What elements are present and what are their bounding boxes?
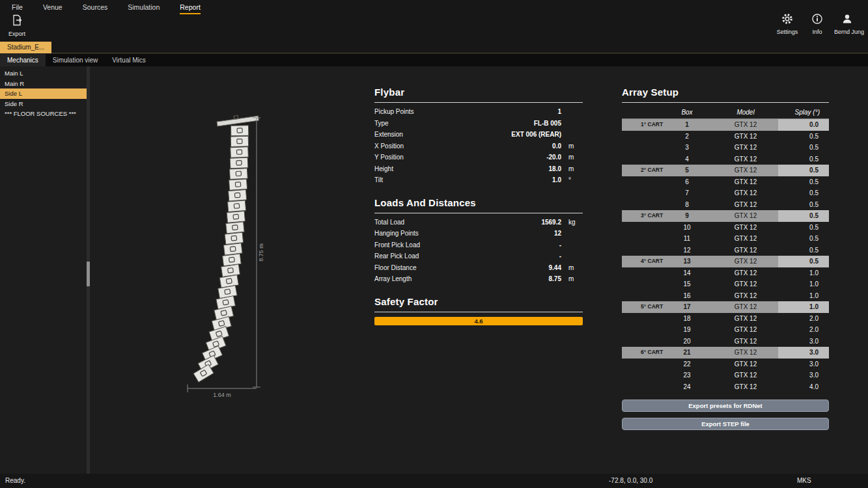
array-row[interactable]: 2° CART5GTX 120.5 bbox=[622, 165, 829, 176]
property-value: FL-B 005 bbox=[534, 120, 561, 127]
dimension-width-label: 1.64 m bbox=[213, 392, 231, 398]
user-icon bbox=[841, 13, 853, 25]
property-label: Pickup Points bbox=[374, 108, 557, 115]
array-row[interactable]: 15GTX 121.0 bbox=[622, 278, 829, 290]
array-row[interactable]: 18GTX 122.0 bbox=[622, 313, 829, 325]
property-label: Tilt bbox=[374, 176, 552, 183]
array-row[interactable]: 6° CART21GTX 123.0 bbox=[622, 347, 829, 359]
array-row[interactable]: 19GTX 122.0 bbox=[622, 324, 829, 336]
model-cell: GTX 12 bbox=[713, 199, 778, 211]
model-cell: GTX 12 bbox=[713, 233, 778, 245]
array-row[interactable]: 22GTX 123.0 bbox=[622, 359, 829, 370]
array-row[interactable]: 23GTX 123.0 bbox=[622, 370, 829, 381]
model-cell: GTX 12 bbox=[713, 187, 778, 199]
cart-cell bbox=[622, 176, 661, 188]
menu-item-venue[interactable]: Venue bbox=[43, 3, 63, 14]
splay-cell: 0.5 bbox=[778, 165, 829, 176]
splay-cell: 0.5 bbox=[778, 210, 829, 222]
cart-cell: 6° CART bbox=[622, 347, 661, 359]
property-row: TypeFL-B 005 bbox=[374, 118, 583, 129]
array-row[interactable]: 3° CART9GTX 120.5 bbox=[622, 210, 829, 222]
array-row[interactable]: 1° CART1GTX 120.0 bbox=[622, 119, 829, 131]
dimension-lines bbox=[188, 118, 260, 392]
array-row[interactable]: 2GTX 120.5 bbox=[622, 131, 829, 142]
array-row[interactable]: 10GTX 120.5 bbox=[622, 222, 829, 234]
property-row: Pickup Points1 bbox=[374, 106, 583, 118]
tab-mechanics[interactable]: Mechanics bbox=[0, 54, 46, 66]
export-button[interactable]: Export bbox=[5, 14, 29, 37]
sidebar-item-main-r[interactable]: Main R bbox=[0, 79, 87, 89]
status-coordinates: -72.8, 0.0, 30.0 bbox=[609, 477, 652, 484]
splay-cell: 0.0 bbox=[778, 119, 829, 131]
array-row[interactable]: 4GTX 120.5 bbox=[622, 154, 829, 165]
flybar-graphic bbox=[216, 113, 259, 126]
user-button[interactable]: Bernd Jung bbox=[834, 13, 860, 35]
array-row[interactable]: 14GTX 121.0 bbox=[622, 267, 829, 279]
array-row[interactable]: 5° CART17GTX 121.0 bbox=[622, 301, 829, 313]
splay-cell: 3.0 bbox=[778, 347, 829, 359]
array-row[interactable]: 12GTX 120.5 bbox=[622, 245, 829, 256]
document-tab[interactable]: Stadium_E... bbox=[0, 42, 51, 53]
array-row[interactable]: 3GTX 120.5 bbox=[622, 142, 829, 154]
array-row[interactable]: 8GTX 120.5 bbox=[622, 199, 829, 211]
menu-item-sources[interactable]: Sources bbox=[83, 3, 108, 14]
splay-cell: 0.5 bbox=[778, 245, 829, 256]
sidebar-item-side-l[interactable]: Side L bbox=[0, 88, 87, 99]
property-row: Tilt1.0° bbox=[374, 174, 583, 186]
safety-factor-bar: 4.6 bbox=[374, 317, 583, 325]
model-cell: GTX 12 bbox=[713, 359, 778, 370]
property-unit: kg bbox=[561, 219, 583, 226]
array-row[interactable]: 7GTX 120.5 bbox=[622, 187, 829, 199]
statusbar: Ready. -72.8, 0.0, 30.0 MKS bbox=[0, 474, 868, 488]
property-label: Array Length bbox=[374, 275, 549, 282]
array-row[interactable]: 11GTX 120.5 bbox=[622, 233, 829, 245]
array-box-5 bbox=[229, 169, 247, 180]
property-row: Total Load1569.2kg bbox=[374, 217, 583, 228]
menu-item-simulation[interactable]: Simulation bbox=[128, 3, 160, 14]
menu-item-file[interactable]: File bbox=[12, 3, 23, 14]
model-column-header: Model bbox=[713, 106, 778, 119]
box-cell: 4 bbox=[661, 154, 713, 165]
dimension-height-label: 8.75 m bbox=[258, 243, 264, 262]
property-label: Y Position bbox=[374, 154, 546, 161]
array-row[interactable]: 16GTX 121.0 bbox=[622, 290, 829, 302]
report-content: 8.75 m 1.64 m Flybar Pickup Points1TypeF… bbox=[90, 66, 868, 474]
array-box-4 bbox=[230, 157, 248, 169]
model-cell: GTX 12 bbox=[713, 370, 778, 381]
splay-cell: 3.0 bbox=[778, 359, 829, 370]
sidebar-item-side-r[interactable]: Side R bbox=[0, 99, 87, 109]
diagram-boxes bbox=[193, 126, 249, 383]
box-cell: 14 bbox=[661, 267, 713, 279]
cart-cell bbox=[622, 359, 661, 370]
splay-cell: 0.5 bbox=[778, 222, 829, 234]
splay-cell: 3.0 bbox=[778, 370, 829, 381]
sidebar-item-main-l[interactable]: Main L bbox=[0, 68, 87, 79]
export-rdnet-button[interactable]: Export presets for RDNet bbox=[622, 400, 829, 412]
gear-icon bbox=[781, 13, 793, 25]
splay-cell: 2.0 bbox=[778, 313, 829, 325]
splay-cell: 0.5 bbox=[778, 187, 829, 199]
menu-item-report[interactable]: Report bbox=[180, 3, 201, 14]
array-setup-column: Array Setup Box Model Splay (°) 1° CART1… bbox=[622, 87, 829, 430]
array-row[interactable]: 4° CART13GTX 120.5 bbox=[622, 256, 829, 267]
model-cell: GTX 12 bbox=[713, 381, 778, 393]
tab-virtual-mics[interactable]: Virtual Mics bbox=[105, 54, 153, 66]
export-step-button[interactable]: Export STEP file bbox=[622, 418, 829, 430]
settings-button[interactable]: Settings bbox=[774, 13, 800, 35]
array-row[interactable]: 24GTX 124.0 bbox=[622, 381, 829, 393]
tab-simulation-view[interactable]: Simulation view bbox=[46, 54, 105, 66]
cart-cell: 2° CART bbox=[622, 165, 661, 176]
model-cell: GTX 12 bbox=[713, 347, 778, 359]
array-setup-heading: Array Setup bbox=[622, 87, 829, 103]
info-button[interactable]: Info bbox=[804, 13, 830, 35]
sidebar-item-floor-sources[interactable]: *** FLOOR SOURCES *** bbox=[0, 109, 87, 119]
box-cell: 18 bbox=[661, 313, 713, 325]
property-row: Rear Pick Load- bbox=[374, 251, 583, 262]
array-row[interactable]: 6GTX 120.5 bbox=[622, 176, 829, 188]
array-row[interactable]: 20GTX 123.0 bbox=[622, 336, 829, 347]
model-cell: GTX 12 bbox=[713, 142, 778, 154]
loads-heading: Loads And Distances bbox=[374, 197, 583, 213]
info-icon bbox=[811, 13, 823, 25]
box-cell: 13 bbox=[661, 256, 713, 267]
splay-cell: 3.0 bbox=[778, 336, 829, 347]
